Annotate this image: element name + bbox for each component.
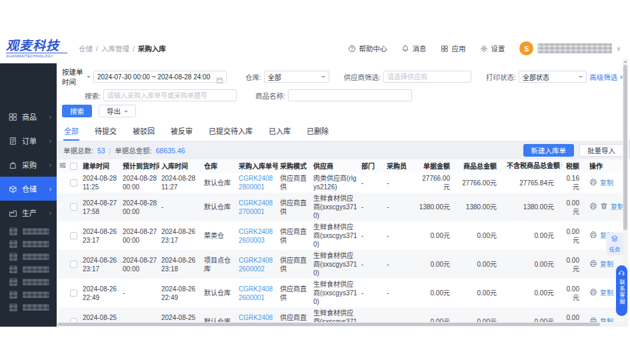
batch-import-button[interactable]: 批量导入 [579, 144, 623, 157]
create-inbound-button[interactable]: 新建入库单 [523, 144, 575, 157]
col-header-3[interactable]: 入库时间 [159, 159, 202, 173]
info-icon[interactable] [561, 162, 562, 171]
cell-total: 0.00元 [458, 221, 505, 250]
trash-icon[interactable] [600, 202, 608, 212]
masked-label [23, 291, 49, 298]
row-checkbox[interactable] [70, 179, 77, 187]
printer-icon[interactable] [589, 259, 597, 269]
inbound-order-link[interactable]: CGRK24082800001 [239, 175, 273, 191]
column-settings-icon[interactable] [59, 161, 67, 171]
col-header-10[interactable]: 单据金额 [417, 159, 458, 173]
col-header-9[interactable]: 采购员 [385, 159, 417, 173]
date-range-field[interactable] [93, 71, 227, 83]
vertical-scrollbar-thumb[interactable] [623, 65, 627, 230]
printer-icon[interactable] [589, 178, 597, 188]
tab-被反审[interactable]: 被反审 [170, 123, 193, 141]
sidebar-item-生产[interactable]: 生产› [0, 201, 57, 225]
inbound-orders-table: 建单时间预计到货时间入库时间仓库采购入库单号采购模式供应商部门采购员单据金额商品… [57, 159, 625, 327]
sidebar-item-masked[interactable] [0, 263, 57, 275]
time-type-select[interactable]: 按建单时间 [62, 67, 91, 87]
col-header-7[interactable]: 供应商 [311, 159, 359, 173]
sidebar-item-订单[interactable]: 订单› [0, 129, 57, 153]
cell-created: 2024-08-28 11:25 [81, 173, 121, 193]
printer-icon[interactable] [589, 288, 597, 298]
row-select-cell [57, 193, 81, 221]
sidebar-item-采购[interactable]: 采购› [0, 153, 57, 177]
inbound-order-link[interactable]: CGRK24082700001 [239, 199, 273, 215]
export-button[interactable]: 导出 [99, 105, 136, 117]
inbound-order-link[interactable]: CGRK24082600001 [239, 285, 273, 301]
print-status-select[interactable]: 全部状态 [519, 71, 587, 83]
breadcrumb-item[interactable]: 仓储 [79, 43, 93, 53]
tab-被驳回[interactable]: 被驳回 [132, 123, 155, 141]
search-input[interactable] [103, 89, 237, 101]
product-name-input[interactable] [288, 89, 412, 101]
tab-待提交[interactable]: 待提交 [94, 123, 117, 141]
table-header-select [57, 159, 81, 173]
messages-button[interactable]: 消息 [401, 43, 426, 53]
row-checkbox[interactable] [70, 232, 77, 239]
product-name-label: 商品名称: [255, 91, 285, 101]
sidebar-item-商品[interactable]: 商品› [0, 105, 57, 129]
inbound-order-link[interactable]: CGRK24082600002 [239, 257, 273, 273]
cell-inbound: 2024-08-28 11:27 [159, 173, 202, 193]
sidebar-item-masked[interactable] [0, 275, 57, 288]
col-header-2[interactable]: 预计到货时间 [121, 159, 159, 173]
doc-count-value: 53 [97, 147, 105, 155]
horizontal-scrollbar-thumb[interactable] [57, 323, 600, 326]
horizontal-scrollbar[interactable] [57, 322, 622, 327]
settings-button[interactable]: 设置 [480, 43, 505, 53]
cell-untaxed: 1380.00元 [505, 193, 562, 221]
row-checkbox[interactable] [70, 203, 77, 211]
sidebar-item-masked[interactable] [0, 250, 57, 263]
printer-icon[interactable] [589, 231, 597, 241]
select-all-checkbox[interactable] [70, 163, 77, 170]
col-header-4[interactable]: 仓库 [202, 159, 237, 173]
scroll-up-arrow-icon[interactable]: ▲ [623, 59, 628, 63]
col-header-5[interactable]: 采购入库单号 [237, 159, 278, 173]
supplier-filter-input[interactable] [383, 71, 471, 83]
user-menu[interactable]: S ∨ [519, 41, 621, 55]
sidebar-item-masked[interactable] [0, 288, 57, 301]
copy-link[interactable]: 复制 [600, 289, 613, 297]
cell-warehouse: 默认仓库 [202, 173, 237, 193]
col-header-11[interactable]: 商品总金额 [458, 159, 505, 173]
chevron-down-icon [321, 76, 325, 80]
task-float-button[interactable]: 任务 [607, 233, 623, 254]
copy-link[interactable]: 复制 [600, 179, 613, 187]
copy-link[interactable]: 复制 [611, 203, 624, 211]
apps-button[interactable]: 应用 [441, 43, 465, 53]
contact-support-button[interactable]: 联系客服 [616, 265, 627, 316]
help-center-label: 帮助中心 [359, 43, 387, 53]
col-header-13[interactable]: 税额 [562, 159, 587, 173]
sidebar-item-masked[interactable] [0, 301, 57, 313]
breadcrumb-item[interactable]: 入库管理 [101, 43, 129, 53]
col-header-6[interactable]: 采购模式 [278, 159, 311, 173]
col-header-12[interactable]: 不含税商品总金额 [505, 159, 562, 173]
sidebar-item-仓储[interactable]: 仓储› [0, 177, 57, 201]
tab-已入库[interactable]: 已入库 [268, 123, 291, 141]
warehouse-select[interactable]: 全部 [264, 71, 329, 83]
advanced-filter-link[interactable]: 高级筛选 ∨ [589, 72, 623, 82]
cell-actions: 复制 [587, 193, 625, 221]
sidebar-item-masked[interactable] [0, 237, 57, 250]
row-checkbox[interactable] [70, 261, 77, 268]
help-center-button[interactable]: 帮助中心 [348, 43, 387, 53]
layers-icon [611, 235, 619, 244]
col-header-14[interactable]: 操作 [587, 159, 625, 173]
printer-icon[interactable] [589, 202, 597, 212]
date-range-input[interactable] [93, 71, 227, 83]
inbound-orders-table-wrap: 建单时间预计到货时间入库时间仓库采购入库单号采购模式供应商部门采购员单据金额商品… [57, 159, 630, 327]
search-button[interactable]: 搜索 [62, 105, 92, 117]
col-header-1[interactable]: 建单时间 [81, 159, 121, 173]
tab-已提交待入库[interactable]: 已提交待入库 [208, 123, 253, 141]
sidebar-item-label: 生产 [22, 207, 45, 218]
col-header-8[interactable]: 部门 [359, 159, 385, 173]
copy-link[interactable]: 复制 [600, 260, 613, 269]
inbound-order-link[interactable]: CGRK24082600003 [239, 228, 273, 244]
sidebar-item-masked[interactable] [0, 225, 57, 237]
cell-amount: 27766.00元 [417, 173, 458, 193]
tab-已删除[interactable]: 已删除 [306, 123, 329, 141]
tab-全部[interactable]: 全部 [63, 123, 79, 141]
row-checkbox[interactable] [70, 289, 77, 297]
